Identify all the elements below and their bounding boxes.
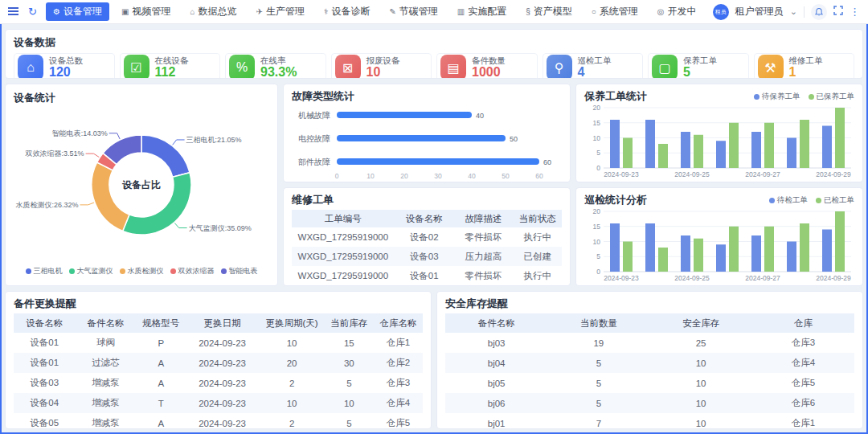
avatar[interactable]: 租员 xyxy=(713,4,729,20)
bar-待保养工单-2024-09-29[interactable] xyxy=(822,126,832,169)
more-menu-icon[interactable]: ⋮ xyxy=(850,6,860,18)
tab-资产模型[interactable]: §资产模型 xyxy=(518,2,579,21)
bar-已保养工单-2024-09-23[interactable] xyxy=(623,138,633,169)
collapse-menu-icon[interactable] xyxy=(8,6,18,18)
table-cell: 压力超高 xyxy=(454,247,514,266)
tab-数据总览[interactable]: ⌂数据总览 xyxy=(183,2,244,21)
chevron-down-icon[interactable]: ⌄ xyxy=(790,6,797,17)
tab-生产管理[interactable]: ✈生产管理 xyxy=(249,2,312,21)
model-icon: § xyxy=(526,7,530,16)
table-cell: T xyxy=(137,393,186,413)
table-cell: 5 xyxy=(547,393,649,413)
table-cell: 30 xyxy=(325,353,374,373)
tab-设备管理[interactable]: ⚙设备管理 xyxy=(46,2,109,21)
legend-item-已检工单[interactable]: 已检工单 xyxy=(816,195,854,206)
tab-label: 设备管理 xyxy=(63,5,102,18)
bar-已检工单-2024-09-23[interactable] xyxy=(623,242,633,272)
bar-已保养工单-2024-09-25[interactable] xyxy=(694,135,703,168)
bar-已保养工单-2024-09-24[interactable] xyxy=(658,144,668,168)
fault-bar-电控故障[interactable] xyxy=(337,135,506,141)
table-cell: 25 xyxy=(650,333,752,353)
pie-slice-三相电机[interactable] xyxy=(141,135,190,177)
stat-value: 1000 xyxy=(472,65,506,79)
tab-系统管理[interactable]: ○系统管理 xyxy=(584,2,645,21)
column-header: 当前数量 xyxy=(547,313,649,333)
table-row: 设备04增减泵T2024-09-231010仓库4 xyxy=(14,393,423,413)
pie-legend[interactable]: 三相电机大气监测仪水质检测仪双效浓缩器智能电表 xyxy=(14,264,269,278)
legend-label: 待检工单 xyxy=(777,195,808,206)
tab-设备诊断[interactable]: ⚕设备诊断 xyxy=(317,2,377,21)
bank-icon: ▥ xyxy=(457,7,465,16)
bar-已检工单-2024-09-28[interactable] xyxy=(800,223,809,272)
bar-待检工单-2024-09-24[interactable] xyxy=(645,223,655,272)
table-cell: 15 xyxy=(325,333,374,353)
notification-bell-icon[interactable] xyxy=(811,4,827,20)
bar-已检工单-2024-09-27[interactable] xyxy=(764,227,774,272)
bar-待保养工单-2024-09-25[interactable] xyxy=(681,132,690,168)
legend-label: 智能电表 xyxy=(229,266,258,276)
bar-待保养工单-2024-09-27[interactable] xyxy=(751,132,761,168)
x-tick-label: 2024-09-29 xyxy=(816,170,851,178)
maintenance-file-icon: ▢ xyxy=(652,55,678,79)
bar-待检工单-2024-09-27[interactable] xyxy=(751,235,761,272)
bar-待保养工单-2024-09-26[interactable] xyxy=(716,141,726,168)
table-cell: 仓库6 xyxy=(752,393,854,413)
table-cell: 设备01 xyxy=(14,333,75,353)
bar-待检工单-2024-09-23[interactable] xyxy=(610,223,620,272)
device-data-panel: 设备数据 ⌂设备总数120☑在线设备112%在线率93.3%⊠报废设备10▤备件… xyxy=(5,29,863,79)
legend-item-三相电机[interactable]: 三相电机 xyxy=(26,266,63,276)
bar-已检工单-2024-09-24[interactable] xyxy=(658,248,668,272)
refresh-icon[interactable]: ↻ xyxy=(28,6,37,17)
inspection-legend[interactable]: 待检工单已检工单 xyxy=(769,195,854,206)
legend-item-待保养工单[interactable]: 待保养工单 xyxy=(754,92,800,102)
table-cell: A xyxy=(137,353,186,373)
x-tick-label: 2024-09-25 xyxy=(674,274,710,282)
bar-待检工单-2024-09-26[interactable] xyxy=(716,244,726,272)
tab-节碳管理[interactable]: ✎节碳管理 xyxy=(382,2,444,21)
stat-label: 在线设备 xyxy=(155,55,189,65)
fullscreen-icon[interactable] xyxy=(833,6,843,18)
maintenance-legend[interactable]: 待保养工单已保养工单 xyxy=(754,92,854,102)
bar-已保养工单-2024-09-29[interactable] xyxy=(835,108,845,168)
bar-待检工单-2024-09-28[interactable] xyxy=(787,242,796,272)
x-tick-label: 60 xyxy=(535,172,543,180)
bar-已保养工单-2024-09-27[interactable] xyxy=(764,123,774,168)
stat-text: 备件数量1000 xyxy=(472,55,506,79)
circle-icon: ○ xyxy=(592,7,596,16)
stat-value: 4 xyxy=(578,65,612,79)
x-tick-label: 2024-09-29 xyxy=(816,274,851,282)
bar-已保养工单-2024-09-28[interactable] xyxy=(800,120,809,168)
legend-item-水质检测仪[interactable]: 水质检测仪 xyxy=(120,266,164,276)
pie-slice-水质检测仪[interactable] xyxy=(92,162,129,231)
column-header: 更换周期(天) xyxy=(259,313,324,333)
bar-待检工单-2024-09-25[interactable] xyxy=(681,235,690,272)
tab-label: 数据总览 xyxy=(199,5,237,18)
fault-type-bar-chart[interactable]: 机械故障40电控故障50部件故障600102030405060 xyxy=(292,104,562,182)
legend-item-大气监测仪[interactable]: 大气监测仪 xyxy=(69,266,113,276)
legend-item-待检工单[interactable]: 待检工单 xyxy=(769,195,808,206)
table-cell: 7 xyxy=(547,413,649,429)
fault-bar-部件故障[interactable] xyxy=(337,158,539,165)
bar-待保养工单-2024-09-28[interactable] xyxy=(787,138,796,169)
device-ratio-donut-chart[interactable]: 三相电机:21.05%大气监测仪:35.09%水质检测仪:26.32%双效浓缩器… xyxy=(14,105,269,264)
bar-已检工单-2024-09-26[interactable] xyxy=(729,227,739,272)
fault-bar-机械故障[interactable] xyxy=(337,112,472,118)
legend-item-已保养工单[interactable]: 已保养工单 xyxy=(809,92,855,102)
tab-开发中[interactable]: ◎开发中 xyxy=(650,2,704,21)
legend-item-双效浓缩器[interactable]: 双效浓缩器 xyxy=(170,266,215,276)
tab-实施配置[interactable]: ▥实施配置 xyxy=(450,2,514,21)
stat-label: 备件数量 xyxy=(472,55,506,65)
bar-category-label: 部件故障 xyxy=(298,158,330,166)
bar-已检工单-2024-09-29[interactable] xyxy=(835,211,845,272)
bar-待保养工单-2024-09-24[interactable] xyxy=(645,120,655,168)
inspection-bar-chart[interactable]: 051015202024-09-232024-09-252024-09-2720… xyxy=(584,207,854,285)
bar-待检工单-2024-09-29[interactable] xyxy=(822,230,832,272)
pen-icon: ✎ xyxy=(389,7,395,16)
legend-item-智能电表[interactable]: 智能电表 xyxy=(221,266,258,276)
bar-已保养工单-2024-09-26[interactable] xyxy=(729,123,739,168)
maintenance-bar-chart[interactable]: 051015202024-09-232024-09-252024-09-2720… xyxy=(584,104,854,182)
tab-视频管理[interactable]: ▣视频管理 xyxy=(114,2,178,21)
bar-已检工单-2024-09-25[interactable] xyxy=(694,239,703,272)
tab-label: 实施配置 xyxy=(468,5,506,18)
bar-待保养工单-2024-09-23[interactable] xyxy=(610,120,620,168)
